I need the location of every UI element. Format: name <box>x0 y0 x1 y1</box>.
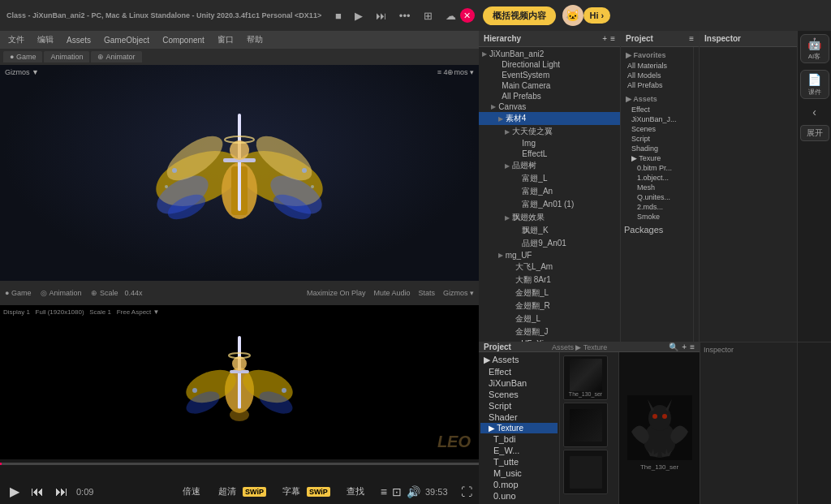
menu-item-window[interactable]: 窗口 <box>214 32 237 47</box>
menu-item-file[interactable]: 文件 <box>5 32 28 47</box>
tree-script[interactable]: Script <box>480 400 558 411</box>
hierarchy-item[interactable]: ▶ 大天使之翼 <box>479 125 620 138</box>
hierarchy-menu-btn[interactable]: ≡ <box>610 34 615 43</box>
asset-qunites[interactable]: Q.unites... <box>626 192 688 202</box>
menu-item-help[interactable]: 帮助 <box>243 32 266 47</box>
hierarchy-add-btn[interactable]: + <box>602 34 607 43</box>
project-menu-btn2[interactable]: ≡ <box>690 342 695 351</box>
hierarchy-item[interactable]: 富翅_An01 (1) <box>479 198 620 211</box>
fullscreen-btn[interactable]: ⛶ <box>461 485 472 498</box>
next-btn[interactable]: ⏭ <box>52 483 71 501</box>
tree-assets-root[interactable]: ▶ Assets <box>480 354 558 366</box>
asset-2mds[interactable]: 2.mds... <box>626 202 688 212</box>
hierarchy-item[interactable]: Directional Light <box>479 59 620 70</box>
tree-jixunban[interactable]: JiXunBan <box>480 377 558 389</box>
fav-all-prefabs[interactable]: All Prefabs <box>626 80 688 90</box>
volume-btn[interactable]: 🔊 <box>407 485 420 498</box>
ai-assistant-btn[interactable]: 🤖 AI客 <box>800 34 829 63</box>
hierarchy-item[interactable]: 飘翅_K <box>479 224 620 237</box>
menu-item-assets[interactable]: Assets <box>63 34 94 46</box>
hierarchy-item[interactable]: 大飞L_Am <box>479 261 620 274</box>
asset-scenes[interactable]: Scenes <box>626 124 688 134</box>
asset-packages[interactable]: Packages <box>622 224 691 235</box>
menu-item-component[interactable]: Component <box>159 34 208 46</box>
prev-btn[interactable]: ⏮ <box>28 483 47 501</box>
hierarchy-item[interactable]: 大翻 8Ar1 <box>479 274 620 286</box>
asset-shading[interactable]: Shading <box>626 144 688 153</box>
asset-texture[interactable]: ▶ Texure <box>626 153 688 163</box>
menu-item-gameobject[interactable]: GameObject <box>101 34 153 46</box>
close-overlay-btn[interactable]: ✕ <box>460 8 475 23</box>
project-menu-btn[interactable]: ≡ <box>689 34 694 43</box>
hierarchy-item[interactable]: 品翅9_An01 <box>479 237 620 250</box>
fav-all-models[interactable]: All Models <box>626 71 688 80</box>
assets-grid: The_130_ser <box>560 352 618 504</box>
tree-shader[interactable]: Shader <box>480 411 558 423</box>
asset-smoke[interactable]: Smoke <box>626 212 688 222</box>
hierarchy-item[interactable]: 金翅翻_J <box>479 325 620 338</box>
maximize-or-play: Maximize On Play <box>307 289 366 297</box>
play-btn[interactable]: ▶ <box>6 482 23 501</box>
top-cloud-btn[interactable]: ☁ <box>441 8 460 24</box>
hierarchy-item[interactable]: ▶ Canvas <box>479 101 620 112</box>
hierarchy-item[interactable]: 金翅翻_R <box>479 299 620 312</box>
hierarchy-item[interactable]: 金翅翻_L <box>479 286 620 299</box>
lesson-btn[interactable]: 📄 课件 <box>800 70 829 99</box>
tree-0mop[interactable]: 0.mop <box>480 479 558 490</box>
speed-label[interactable]: 倍速 <box>183 485 200 498</box>
project-add-btn[interactable]: + <box>682 342 687 351</box>
top-playback-controls: ■ ▶ ⏭ ••• ⊞ ☁ <box>331 8 460 24</box>
expand-btn[interactable]: 展开 <box>800 125 829 141</box>
progress-bar[interactable] <box>0 463 479 465</box>
search-label[interactable]: 查找 <box>347 485 364 498</box>
tab-animation[interactable]: Animation <box>44 51 89 62</box>
top-stop-btn[interactable]: ■ <box>331 8 346 24</box>
hierarchy-item[interactable]: 金翅_L <box>479 312 620 325</box>
asset-texture-sub2[interactable]: 1.object... <box>626 173 688 183</box>
asset-jixunban[interactable]: JiXunBan_J... <box>626 114 688 124</box>
hierarchy-item[interactable]: ▶ 品翅树 <box>479 159 620 172</box>
hierarchy-item[interactable]: ▶ 素材4 <box>479 112 620 125</box>
asset-texture-sub1[interactable]: 0.bitm Pr... <box>626 163 688 173</box>
menu-item-edit[interactable]: 编辑 <box>34 32 57 47</box>
clarity-label[interactable]: 超清 <box>218 485 236 498</box>
hi-button[interactable]: Hi › <box>583 7 611 24</box>
asset-script[interactable]: Script <box>626 134 688 144</box>
hierarchy-item[interactable]: EventSystem <box>479 70 620 80</box>
project-search-btn[interactable]: 🔍 <box>669 342 678 351</box>
top-play-btn[interactable]: ▶ <box>351 8 367 24</box>
hierarchy-item[interactable]: All Prefabs <box>479 91 620 101</box>
tree-tutte[interactable]: T_utte <box>480 456 558 467</box>
top-layout-btn[interactable]: ⊞ <box>420 8 437 24</box>
tree-tbdi[interactable]: T_bdi <box>480 433 558 445</box>
tree-effect[interactable]: Effect <box>480 366 558 377</box>
hierarchy-item[interactable]: 富翅_An <box>479 185 620 198</box>
subtitle-label[interactable]: 字幕 <box>282 485 300 498</box>
tab-animator[interactable]: ⊕ Animator <box>91 51 141 62</box>
list-btn[interactable]: ≡ <box>381 485 387 498</box>
asset-effect[interactable]: Effect <box>626 105 688 114</box>
tab-game[interactable]: ● Game <box>3 51 42 62</box>
top-more-btn[interactable]: ••• <box>395 8 415 24</box>
hierarchy-item[interactable]: ▶ 飘翅效果 <box>479 211 620 224</box>
tree-texture[interactable]: ▶ Texture <box>480 423 558 433</box>
asset-thumb-1[interactable]: The_130_ser <box>563 355 608 400</box>
pip-btn[interactable]: ⊡ <box>392 485 402 498</box>
hierarchy-item[interactable]: ▶ mg_UF <box>479 250 620 261</box>
hierarchy-item[interactable]: EffectL <box>479 149 620 159</box>
tree-music[interactable]: M_usic <box>480 467 558 479</box>
hierarchy-item[interactable]: ▶ JiXunBan_ani2 <box>479 49 620 59</box>
tree-scenes[interactable]: Scenes <box>480 389 558 400</box>
tree-ew[interactable]: E_W... <box>480 445 558 456</box>
tree-0uno[interactable]: 0.uno <box>480 490 558 502</box>
hierarchy-item[interactable]: 富翅_L <box>479 172 620 185</box>
fav-all-materials[interactable]: All Materials <box>626 61 688 71</box>
asset-thumb-2[interactable] <box>563 403 608 447</box>
swip-tag-1: SWiP <box>243 487 266 497</box>
hierarchy-item[interactable]: Main Camera <box>479 80 620 91</box>
asset-mesh[interactable]: Mesh <box>626 183 688 192</box>
asset-thumb-3[interactable] <box>563 450 608 494</box>
hierarchy-item[interactable]: Img <box>479 138 620 149</box>
top-step-btn[interactable]: ⏭ <box>372 8 390 24</box>
summarize-btn[interactable]: 概括视频内容 <box>483 6 556 25</box>
